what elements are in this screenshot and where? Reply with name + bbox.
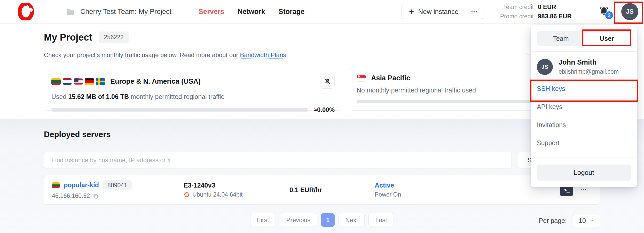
dropdown-caret [626,21,634,25]
menu-item-ssh-keys[interactable]: SSH keys [537,80,631,98]
project-subtitle: Check your project's monthly traffic usa… [44,51,288,59]
flag-lithuania-icon [52,182,60,188]
new-instance-button[interactable]: + New instance [402,4,466,19]
flag-sweden-icon [96,78,105,85]
notification-count-badge: 2 [605,11,614,20]
dropdown-user-info: JS John Smith ebilshrimp@gmail.com [537,58,631,75]
region-title: Asia Pacific [371,74,410,82]
brand-logo[interactable] [0,0,52,23]
flag-singapore-icon [357,75,366,82]
traffic-progress-bar [51,108,308,112]
search-input[interactable] [44,152,512,168]
plus-icon: + [409,7,414,16]
page-title: My Project [44,32,92,43]
main-nav: Servers Network Storage [185,0,318,23]
server-os: Ubuntu 24.04 64bit [192,191,242,198]
menu-item-invitations[interactable]: Invitations [537,116,631,134]
deployed-servers-heading: Deployed servers [44,130,111,139]
server-row: popular-kid 809041 46.166.160.62 E3-1240… [44,175,600,205]
promo-credit-row: Promo credit 983.86 EUR [500,13,577,20]
user-email: ebilshrimp@gmail.com [559,68,619,75]
copy-icon[interactable] [92,193,99,199]
project-header: My Project 256222 [44,32,129,43]
pagination-first[interactable]: First [250,213,276,227]
server-plan-column: E3-1240v3 Ubuntu 24.04 64bit [184,182,289,198]
server-price: 0.1 EUR/hr [289,186,375,194]
page: Cherry Test Team: My Project Servers Net… [0,0,644,233]
traffic-cards: Europe & N. America (USA) Used 15.62 MB … [44,68,600,111]
tab-user[interactable]: User [584,32,630,45]
region-flags [51,78,105,85]
server-plan: E3-1240v3 [184,182,289,189]
tab-team[interactable]: Team [538,32,584,45]
per-page-control: Per page: 10 [539,214,600,227]
per-page-label: Per page: [539,217,567,224]
per-page-select[interactable]: 10 [573,214,600,227]
header-divider [587,0,587,23]
dropdown-tabs: Team User [537,31,631,46]
user-dropdown: Team User JS John Smith ebilshrimp@gmail… [531,25,637,187]
pagination-last[interactable]: Last [369,213,394,227]
new-instance-more-button[interactable]: ••• [466,4,483,19]
server-power-state: Power On [375,191,558,198]
dropdown-divider [531,158,637,158]
avatar: JS [537,59,553,75]
bandwidth-plans-link[interactable]: Bandwidth Plans [240,51,286,59]
top-header: Cherry Test Team: My Project Servers Net… [0,0,644,24]
server-id-badge: 809041 [103,180,132,190]
folder-icon [66,8,75,15]
pagination: First Previous 1 Next Last [250,213,394,227]
flag-germany-icon [85,78,94,85]
team-credit-row: Team credit 0 EUR [500,3,577,11]
server-host-column: popular-kid 809041 46.166.160.62 [52,180,184,199]
header-right: + New instance ••• Team credit 0 EUR Pro… [402,0,644,23]
new-instance-button-group: + New instance ••• [402,4,483,19]
ubuntu-icon [184,192,190,198]
chevron-down-icon [589,218,595,223]
team-project-name: Cherry Test Team: My Project [80,8,171,16]
pagination-page-1[interactable]: 1 [321,213,335,227]
logout-button[interactable]: Logout [537,165,631,181]
menu-item-api-keys[interactable]: API keys [537,98,631,116]
flag-netherlands-icon [62,78,72,85]
traffic-card-europe: Europe & N. America (USA) Used 15.62 MB … [44,68,342,111]
nav-tab-network[interactable]: Network [238,8,265,16]
nav-tab-storage[interactable]: Storage [279,8,305,16]
mute-notifications-button[interactable] [320,74,335,89]
nav-tab-servers[interactable]: Servers [199,8,224,16]
server-hostname-link[interactable]: popular-kid [64,181,99,189]
flag-lithuania-icon [51,78,61,85]
dropdown-menu: SSH keys API keys Invitations Support [537,80,631,152]
menu-item-support[interactable]: Support [537,134,631,152]
server-search-row: Search [44,152,557,168]
project-id-badge: 256222 [99,32,129,43]
dropdown-divider [531,51,637,52]
user-name: John Smith [559,58,619,66]
notifications-button[interactable]: 2 [598,6,610,18]
pagination-next[interactable]: Next [339,213,365,227]
server-ip: 46.166.160.62 [52,192,90,199]
breadcrumb[interactable]: Cherry Test Team: My Project [52,0,185,23]
user-avatar[interactable]: JS [621,3,638,20]
bell-off-icon [324,78,331,85]
region-flags [357,75,366,82]
region-title: Europe & N. America (USA) [110,77,201,86]
pagination-previous[interactable]: Previous [280,213,317,227]
traffic-progress-percent: ≈0.00% [314,106,335,113]
usage-text: Used 15.62 MB of 1.06 TB monthly permitt… [51,93,335,100]
credits-block: Team credit 0 EUR Promo credit 983.86 EU… [491,3,587,20]
flag-usa-icon [74,78,83,85]
cherry-logo-icon [18,3,34,20]
